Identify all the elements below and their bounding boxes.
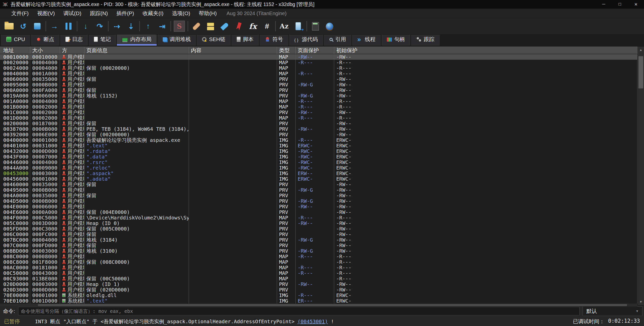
memory-row[interactable]: 0045300000003000用户模块 ".aspack"IMGERW--ER… <box>0 171 637 176</box>
memory-row[interactable]: 001C000000002000用户模块PRV-RW---RW-- <box>0 110 637 115</box>
column-header-初始保护[interactable]: 初始保护 <box>334 47 637 54</box>
globe-icon[interactable] <box>322 20 336 32</box>
memory-row[interactable]: 004950000000B000用户模块PRV-RW-G-RW-- <box>0 187 637 193</box>
command-input[interactable] <box>18 307 580 315</box>
memory-row[interactable]: 001D000000002000用户模块MAP-R----R--- <box>0 115 637 121</box>
pause-icon[interactable] <box>61 20 76 32</box>
memory-row[interactable]: 008C8000001F8000用户模块保留 (008C0000)MAP-R--… <box>0 259 637 265</box>
memory-row[interactable]: 004A000000035000用户模块保留PRV-RW-- <box>0 193 637 198</box>
memory-row[interactable]: 020D000000003000用户模块Heap (ID 1)PRV-RW---… <box>0 281 637 287</box>
memory-row[interactable]: 0044600000004000用户模块 ".rsrc"IMG-RWC-ERWC… <box>0 159 637 165</box>
column-header-页面保护[interactable]: 页面保护 <box>296 47 334 54</box>
run-icon[interactable]: → <box>47 20 61 32</box>
menu-item-选项(O)[interactable]: 选项(O) <box>168 10 194 17</box>
comments-icon[interactable] <box>204 20 218 32</box>
menu-item-视图(V)[interactable]: 视图(V) <box>33 10 59 17</box>
functions-icon[interactable]: fx <box>246 20 260 32</box>
column-header-类型[interactable]: 类型 <box>277 47 296 54</box>
font-icon[interactable]: Az <box>277 20 291 32</box>
execute-till-user-icon[interactable]: ⇥ <box>155 20 169 32</box>
memory-row[interactable]: 0040100000031000用户模块 ".text"IMGERWC-ERWC… <box>0 143 637 148</box>
tab-log[interactable]: 日志 <box>60 35 88 46</box>
memory-row[interactable]: 008BD00000003000用户模块堆栈 (3100)PRV-RW-G-RW… <box>0 248 637 254</box>
column-header-页面信息[interactable]: 页面信息 <box>84 47 189 54</box>
run-to-user-code-icon[interactable]: ⇢ <box>110 20 124 32</box>
memory-row[interactable]: 70E0000000001000系统模块oledlg.dllIMG-R---ER… <box>0 292 637 298</box>
tab-seh[interactable]: SEH链 <box>197 35 230 46</box>
memory-row[interactable]: 0002400000004000用户模块保留 (00020000)MAP-R--… <box>0 65 637 71</box>
scroll-up-icon[interactable]: ▲ <box>638 47 644 53</box>
menu-item-帮助(H)[interactable]: 帮助(H) <box>194 10 221 17</box>
animate-into-icon[interactable]: ⇣ <box>124 20 138 32</box>
memory-row[interactable]: 0040000000001000用户模块吾爱破解论坛学习脱壳实例_aspack.… <box>0 137 637 143</box>
scroll-down-icon[interactable]: ▼ <box>638 299 644 305</box>
memory-row[interactable]: 005FD000000C3000用户模块保留 (005C0000)PRV-RW-… <box>0 226 637 232</box>
memory-row[interactable]: 0046000000035000用户模块保留PRV-RW-- <box>0 182 637 187</box>
memory-row[interactable]: 00C93000013BE000用户模块保留 (00C50000)MAP-R--… <box>0 276 637 281</box>
memory-row[interactable]: 0020000000187000用户模块保留PRV-RW-- <box>0 121 637 126</box>
memory-row[interactable]: 000950000000B000用户模块PRV-RW-G-RW-- <box>0 82 637 87</box>
profile-dropdown[interactable]: 默认 ▼ <box>583 306 642 316</box>
memory-row[interactable]: 00AC000000181000用户模块MAP-R----R--- <box>0 265 637 270</box>
memory-row[interactable]: 0019A00000006000用户模块堆栈 (1152)PRV-RW-G-RW… <box>0 93 637 99</box>
tab-references[interactable]: 引用 <box>324 35 351 46</box>
tab-trace[interactable]: 跟踪 <box>411 35 440 46</box>
scylla-icon[interactable]: S <box>172 20 186 32</box>
step-into-icon[interactable]: ↓ <box>79 20 93 32</box>
memory-row[interactable]: 004D50000000B000用户模块PRV-RW-G-RW-- <box>0 198 637 204</box>
tab-threads[interactable]: 线程 <box>352 35 381 46</box>
tab-memory[interactable]: 内存布局 <box>117 35 157 46</box>
menu-item-文件(F)[interactable]: 文件(F) <box>7 10 33 17</box>
menu-item-调试(D)[interactable]: 调试(D) <box>59 10 86 17</box>
memory-row[interactable]: 0044A00000009000用户模块 ".reloc"IMG-RWC-ERW… <box>0 165 637 171</box>
menu-item-收藏夹(I)[interactable]: 收藏夹(I) <box>138 10 168 17</box>
memory-row[interactable]: 001B000000002000用户模块MAP-R----R--- <box>0 104 637 110</box>
patches-icon[interactable] <box>189 20 204 32</box>
maximize-button[interactable]: □ <box>612 0 628 9</box>
memory-row[interactable]: 003920000006E000用户模块保留 (00200000)PRV-RW-… <box>0 132 637 137</box>
column-header-大小[interactable]: 大小 <box>30 47 60 54</box>
stop-icon[interactable] <box>30 20 44 32</box>
labels-icon[interactable] <box>218 20 232 32</box>
memory-row[interactable]: 007C0000000FD000用户模块保留PRV-RW-- <box>0 243 637 248</box>
notify-icon[interactable] <box>291 20 305 32</box>
memory-row[interactable]: 00C5000000043000用户模块MAP-R----R--- <box>0 270 637 276</box>
memory-row[interactable]: 004E60000000A000用户模块保留 (004E0000)PRV-RW-… <box>0 209 637 215</box>
memory-row[interactable]: 008C000000008000用户模块MAP-R----R--- <box>0 254 637 259</box>
memory-row[interactable]: 70E010000001D000系统模块 ".text"IMGER---ERWC… <box>0 298 637 304</box>
memory-row[interactable]: 020D30000000D000用户模块保留 (020D0000)PRV-RW-… <box>0 287 637 292</box>
calculator-icon[interactable] <box>308 20 322 32</box>
column-header-地址[interactable]: 地址 <box>0 47 30 54</box>
step-out-icon[interactable]: ↑ <box>141 20 155 32</box>
memory-row[interactable]: 0002000000004000用户模块MAP-R----R--- <box>0 60 637 65</box>
tab-notes[interactable]: 笔记 <box>89 35 116 46</box>
memory-row[interactable]: 0043F00000007000用户模块 ".data"IMG-RWC-ERWC… <box>0 154 637 159</box>
memory-row[interactable]: 000400000001A000用户模块MAP-R----R--- <box>0 71 637 76</box>
entry-point-address-link[interactable]: (00453001) <box>297 318 328 324</box>
tab-script[interactable]: 脚本 <box>231 35 259 46</box>
horizontal-scrollbar-thumb[interactable] <box>38 304 627 306</box>
hash-icon[interactable]: # <box>260 20 274 32</box>
tab-source[interactable]: 源代码 <box>289 35 323 46</box>
horizontal-scrollbar[interactable] <box>0 304 637 307</box>
memory-row[interactable]: 0045600000001000用户模块 ".adata"IMGERWC-ERW… <box>0 176 637 182</box>
open-file-icon[interactable] <box>2 20 16 32</box>
vertical-scrollbar[interactable]: ▲ ▼ <box>637 47 644 305</box>
memory-row[interactable]: 004320000000D000用户模块 ".rdata"IMG-RWC-ERW… <box>0 148 637 154</box>
tab-breakpoints[interactable]: 断点 <box>31 35 59 46</box>
memory-row[interactable]: 003870000000B000用户模块PEB, TEB (3184), WoW… <box>0 126 637 132</box>
column-header-方[interactable]: 方 <box>60 47 84 54</box>
close-button[interactable]: × <box>628 0 644 9</box>
bookmarks-icon[interactable] <box>232 20 246 32</box>
menu-item-跟踪(N)[interactable]: 跟踪(N) <box>86 10 112 17</box>
memory-row[interactable]: 004F0000000C5000用户模块\Device\HarddiskVolu… <box>0 215 637 220</box>
memory-row[interactable]: 007BC00000004000用户模块堆栈 (3184)PRV-RW-G-RW… <box>0 237 637 243</box>
vertical-scrollbar-thumb[interactable] <box>638 56 643 88</box>
tab-symbols[interactable]: 符号 <box>260 35 288 46</box>
menu-item-插件(P)[interactable]: 插件(P) <box>112 10 138 17</box>
restart-icon[interactable]: ↺ <box>16 20 30 32</box>
step-over-icon[interactable]: ↷ <box>93 20 107 32</box>
column-header-内容[interactable]: 内容 <box>189 47 277 54</box>
minimize-button[interactable]: ─ <box>596 0 612 9</box>
tab-cpu[interactable]: CPU <box>1 35 30 46</box>
